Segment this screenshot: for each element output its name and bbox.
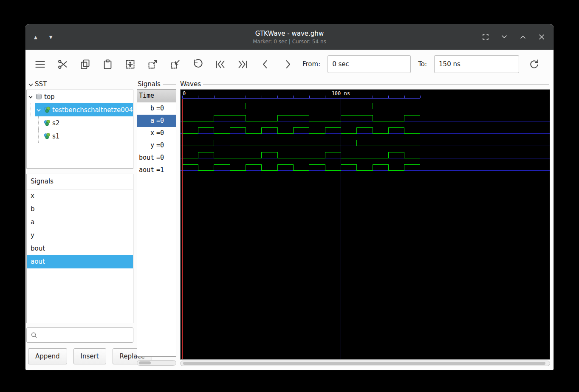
svg-text:0: 0 xyxy=(183,90,186,96)
copy-icon xyxy=(79,59,91,70)
chevron-up-icon xyxy=(519,33,527,41)
sst-label: SST xyxy=(35,80,47,88)
signals-list-box: Signals xbayboutaout xyxy=(26,174,133,323)
signal-list-item-b[interactable]: b xyxy=(27,203,133,216)
wave-scrollbar-thumb[interactable] xyxy=(183,362,545,365)
go-previous-icon xyxy=(260,59,271,70)
reload-button[interactable] xyxy=(526,56,542,72)
go-first-icon xyxy=(215,59,226,70)
trace-row-a[interactable]: a=0 xyxy=(137,115,176,127)
module-icon xyxy=(43,106,51,113)
tree-item-testbenchschaltnetze004[interactable]: testbenchschaltnetze004 xyxy=(27,103,133,116)
trace-row-x[interactable]: x=0 xyxy=(137,127,176,139)
search-icon xyxy=(31,332,37,338)
insert-button[interactable]: Insert xyxy=(73,348,106,364)
signal-search-box[interactable] xyxy=(26,327,133,343)
trace-name: aout xyxy=(137,164,154,176)
restore-button[interactable] xyxy=(481,33,490,41)
close-icon xyxy=(538,33,545,41)
waves-pane-header: Waves xyxy=(180,80,549,88)
reload-slot xyxy=(526,56,542,72)
trace-value: =0 xyxy=(156,115,164,127)
caret-down-icon[interactable]: ▼ xyxy=(49,35,53,39)
archive-icon xyxy=(35,93,42,100)
append-button[interactable]: Append xyxy=(28,348,67,364)
trace-row-bout[interactable]: bout=0 xyxy=(137,152,176,164)
gtkwave-window: ▲ ▼ GTKWave - wave.ghw Marker: 0 sec | C… xyxy=(25,24,554,370)
signal-list-item-y[interactable]: y xyxy=(27,229,133,242)
trace-name: a xyxy=(137,115,154,127)
tree-item-s1[interactable]: s1 xyxy=(27,130,133,143)
toolbar-icons xyxy=(32,56,295,72)
tree-item-label: s2 xyxy=(52,119,59,127)
signal-pane-scrollbar-thumb[interactable] xyxy=(139,361,151,364)
minimize-button[interactable] xyxy=(500,33,508,41)
module-icon xyxy=(43,119,51,127)
signal-list-item-a[interactable]: a xyxy=(27,216,133,229)
sst-tree: toptestbenchschaltnetze004s2s1 xyxy=(26,90,133,169)
restore-icon xyxy=(482,33,489,41)
go-last-button[interactable] xyxy=(235,56,250,72)
caret-up-icon[interactable]: ▲ xyxy=(34,35,37,39)
waves-pane-label: Waves xyxy=(180,80,201,88)
copy-button[interactable] xyxy=(77,56,93,72)
reload-icon xyxy=(528,59,540,70)
signal-buttons: AppendInsertReplace xyxy=(28,348,152,364)
trace-row-aout[interactable]: aout=1 xyxy=(137,164,176,176)
zoom-out-icon xyxy=(147,59,158,70)
undo-icon xyxy=(192,59,203,70)
cut-icon xyxy=(57,59,68,70)
from-label: From: xyxy=(302,60,320,68)
to-label: To: xyxy=(418,60,427,68)
trace-value: =0 xyxy=(156,127,164,139)
chevron-down-icon xyxy=(500,33,508,41)
trace-value: =0 xyxy=(156,102,164,115)
trace-row-b[interactable]: b=0 xyxy=(137,102,176,115)
wave-scrollbar[interactable] xyxy=(180,361,550,366)
close-button[interactable] xyxy=(537,33,546,41)
paste-button[interactable] xyxy=(100,56,115,72)
signal-list-item-aout[interactable]: aout xyxy=(27,255,133,268)
tree-item-label: testbenchschaltnetze004 xyxy=(52,106,133,114)
signal-pane-scrollbar[interactable] xyxy=(137,360,176,366)
main-content: SST toptestbenchschaltnetze004s2s1 Signa… xyxy=(25,79,554,370)
tree-item-s2[interactable]: s2 xyxy=(27,116,133,130)
menu-button[interactable] xyxy=(32,56,48,72)
zoom-in-button[interactable] xyxy=(167,56,183,72)
trace-row-y[interactable]: y=0 xyxy=(137,139,176,152)
expander-icon[interactable] xyxy=(36,107,42,113)
tree-item-label: top xyxy=(44,93,55,101)
zoom-out-button[interactable] xyxy=(145,56,160,72)
trace-value: =1 xyxy=(156,164,164,176)
sst-panel-header[interactable]: SST xyxy=(28,80,133,88)
svg-text:100 ns: 100 ns xyxy=(332,90,350,96)
signals-pane-label: Signals xyxy=(138,80,161,88)
go-next-button[interactable] xyxy=(280,56,295,72)
waveform-svg: 0100 ns xyxy=(181,90,550,359)
signals-list-header: Signals xyxy=(27,174,133,189)
search-input[interactable] xyxy=(40,331,133,339)
signal-list-item-bout[interactable]: bout xyxy=(27,242,133,255)
to-input[interactable] xyxy=(434,55,519,73)
select-fit-button[interactable] xyxy=(122,56,138,72)
time-header: Time xyxy=(137,90,176,102)
maximize-button[interactable] xyxy=(519,33,527,41)
trace-value: =0 xyxy=(156,139,164,152)
go-next-icon xyxy=(282,59,294,70)
trace-name: y xyxy=(137,139,154,152)
module-icon xyxy=(43,133,51,140)
signal-list-item-x[interactable]: x xyxy=(27,189,133,203)
from-input[interactable] xyxy=(328,55,411,73)
go-previous-button[interactable] xyxy=(257,56,273,72)
go-first-button[interactable] xyxy=(212,56,228,72)
wave-canvas[interactable]: 0100 ns xyxy=(180,89,550,360)
zoom-in-icon xyxy=(169,59,181,70)
signals-pane-header: Signals xyxy=(138,80,176,88)
signal-rows: b=0a=0x=0y=0bout=0aout=1 xyxy=(137,102,176,176)
expander-icon[interactable] xyxy=(28,94,34,100)
undo-button[interactable] xyxy=(190,56,205,72)
cut-button[interactable] xyxy=(55,56,70,72)
tree-item-top[interactable]: top xyxy=(27,90,133,103)
titlebar[interactable]: ▲ ▼ GTKWave - wave.ghw Marker: 0 sec | C… xyxy=(25,24,554,50)
trace-name: x xyxy=(137,127,154,139)
